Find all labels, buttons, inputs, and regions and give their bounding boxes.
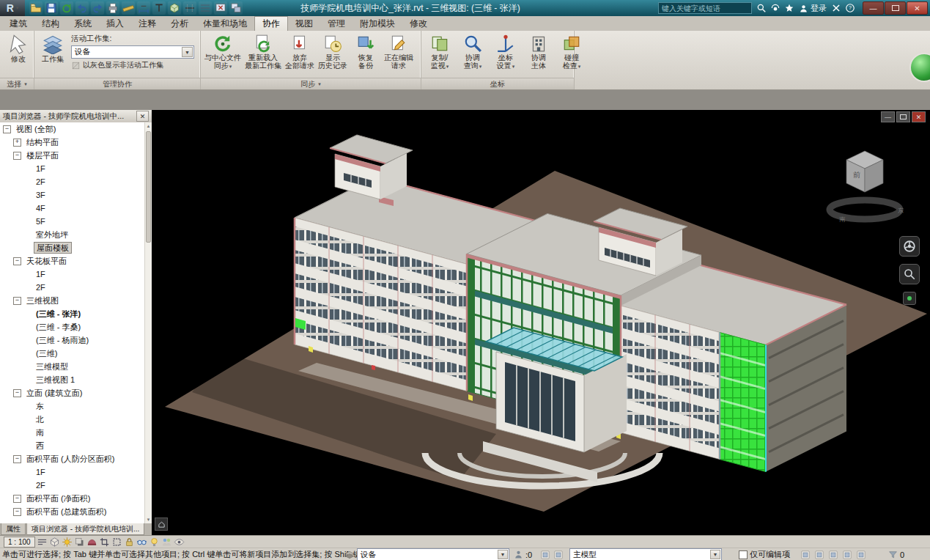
measure-icon[interactable]	[122, 1, 135, 15]
ribbon-tab-6[interactable]: 分析	[163, 17, 196, 31]
thin-lines-icon[interactable]	[199, 1, 212, 15]
tree-item[interactable]: 1F	[0, 465, 145, 479]
project-browser-header[interactable]: 项目浏览器 - 技师学院机电培训中... ✕	[0, 110, 152, 123]
ribbon-tab-2[interactable]: 结构	[34, 17, 67, 31]
collapse-icon[interactable]: −	[13, 495, 21, 503]
tree-item[interactable]: 1F	[0, 162, 145, 175]
browser-scrollbar[interactable]: ▲ ▼	[144, 122, 152, 523]
tree-item[interactable]: −视图 (全部)	[0, 122, 145, 136]
tree-item[interactable]: 三维视图 1	[0, 373, 145, 386]
background-processes-icon[interactable]	[842, 550, 852, 560]
view-close-button[interactable]: ✕	[912, 111, 926, 122]
help-icon[interactable]: ?	[845, 3, 855, 13]
synchronize-with-central-button[interactable]: 与中心文件同步▾	[203, 33, 243, 71]
shadows-icon[interactable]	[74, 537, 85, 548]
tab-project-browser[interactable]: 项目浏览器 - 技师学院机电培训...	[26, 523, 144, 535]
coordination-host-button[interactable]: 协调主体	[523, 33, 555, 70]
temp-view-icon[interactable]	[174, 537, 185, 548]
tree-item[interactable]: 屋面楼板	[0, 241, 145, 254]
communication-icon[interactable]	[770, 3, 780, 13]
tree-item[interactable]: 三维模型	[0, 360, 145, 373]
navbar-more-button[interactable]	[903, 292, 916, 305]
crop-region-icon[interactable]	[111, 537, 122, 548]
tree-item[interactable]: 2F	[0, 175, 145, 188]
zoom-button[interactable]	[899, 264, 920, 284]
maximize-button[interactable]	[885, 1, 906, 15]
3d-view-icon[interactable]	[168, 1, 181, 15]
copy-monitor-button[interactable]: 复制/监视▾	[424, 33, 456, 71]
drawing-area[interactable]: 前南东 — ✕	[152, 110, 930, 535]
synchronize-panel-label[interactable]: 同步▾	[201, 78, 421, 89]
ribbon-tab-12[interactable]: 修改	[402, 17, 435, 31]
search-icon[interactable]	[756, 3, 767, 13]
scroll-up-icon[interactable]: ▲	[145, 122, 152, 130]
relinquish-small-icon[interactable]	[553, 550, 564, 560]
tree-item[interactable]: (三维 - 杨雨迪)	[0, 334, 145, 347]
revit-logo[interactable]: R▾	[0, 0, 25, 16]
tree-item[interactable]: (三维)	[0, 347, 145, 360]
visual-style-icon[interactable]	[49, 537, 60, 548]
steering-wheel-button[interactable]	[899, 236, 920, 257]
tree-item[interactable]: −立面 (建筑立面)	[0, 386, 145, 399]
design-option-selector[interactable]: 主模型▼	[569, 549, 722, 560]
tree-item[interactable]: 2F	[0, 479, 145, 492]
tree-item[interactable]: −三维视图	[0, 294, 145, 307]
ribbon-tab-4[interactable]: 插入	[99, 17, 131, 31]
hide-isolate-icon[interactable]	[136, 537, 147, 548]
editing-requests-indicator[interactable]: :0	[514, 549, 532, 560]
collapse-icon[interactable]: −	[3, 125, 11, 133]
tree-item[interactable]: −楼层平面	[0, 149, 145, 162]
tree-item[interactable]: 2F	[0, 281, 145, 294]
sync-qat-icon[interactable]	[60, 1, 73, 15]
lock-view-icon[interactable]	[124, 537, 135, 548]
tree-item[interactable]: −面积平面 (总建筑面积)	[0, 505, 145, 518]
tree-item[interactable]: 西	[0, 439, 145, 452]
editing-requests-button[interactable]: 正在编辑请求	[383, 33, 415, 70]
close-button[interactable]: ✕	[907, 1, 928, 15]
text-icon[interactable]	[152, 1, 166, 15]
redo-icon[interactable]	[91, 1, 104, 15]
worksharing-display-icon[interactable]	[161, 537, 172, 548]
tree-item[interactable]: −天花板平面	[0, 254, 145, 268]
ribbon-tab-11[interactable]: 附加模块	[353, 17, 402, 31]
view-minimize-button[interactable]: —	[881, 111, 895, 122]
design-options-icon[interactable]	[800, 550, 811, 560]
tree-item[interactable]: (三维 - 李桑)	[0, 320, 145, 334]
exchange-icon[interactable]	[831, 3, 841, 13]
filter-indicator[interactable]: 0	[888, 549, 904, 560]
viewcube[interactable]: 前南东	[830, 151, 904, 223]
ribbon-tab-1[interactable]: 建筑	[2, 17, 34, 31]
exclude-options-icon[interactable]	[814, 550, 824, 560]
expand-icon[interactable]: +	[13, 139, 21, 147]
dimension-icon[interactable]	[137, 1, 150, 15]
crop-view-icon[interactable]	[99, 537, 110, 548]
show-history-button[interactable]: 显示历史记录	[317, 33, 349, 70]
open-icon[interactable]	[29, 1, 43, 15]
ribbon-tab-10[interactable]: 管理	[320, 17, 353, 31]
star-icon[interactable]	[784, 3, 794, 13]
tree-item[interactable]: (三维 - 张洋)	[0, 307, 145, 320]
coordinate-panel-label[interactable]: 坐标	[421, 78, 574, 89]
collapse-icon[interactable]: −	[13, 389, 21, 397]
viewport-corner-icon[interactable]	[155, 517, 168, 531]
modify-button[interactable]: 修改	[2, 33, 34, 64]
collapse-icon[interactable]: −	[13, 508, 21, 516]
reload-latest-button[interactable]: 重新载入最新工作集	[243, 33, 283, 70]
ribbon-tab-9[interactable]: 视图	[288, 17, 320, 31]
tree-item[interactable]: 东	[0, 399, 145, 413]
press-drag-icon[interactable]	[828, 550, 838, 560]
coordinates-button[interactable]: 坐标设置▾	[490, 33, 522, 71]
save-icon[interactable]	[45, 1, 58, 15]
worksets-button[interactable]: 工作集	[37, 33, 69, 64]
collapse-icon[interactable]: −	[13, 455, 21, 463]
sun-path-icon[interactable]	[62, 537, 73, 548]
tree-item[interactable]: −面积平面 (净面积)	[0, 492, 145, 505]
reveal-hidden-icon[interactable]	[149, 537, 160, 548]
editable-only-checkbox[interactable]: 仅可编辑项	[739, 549, 790, 560]
undo-icon[interactable]	[75, 1, 89, 15]
tree-item[interactable]: 室外地坪	[0, 228, 145, 241]
tab-properties[interactable]: 属性	[1, 523, 26, 535]
close-icon[interactable]: ✕	[136, 111, 149, 122]
tree-item[interactable]: 3F	[0, 188, 145, 202]
search-input[interactable]	[658, 2, 752, 14]
